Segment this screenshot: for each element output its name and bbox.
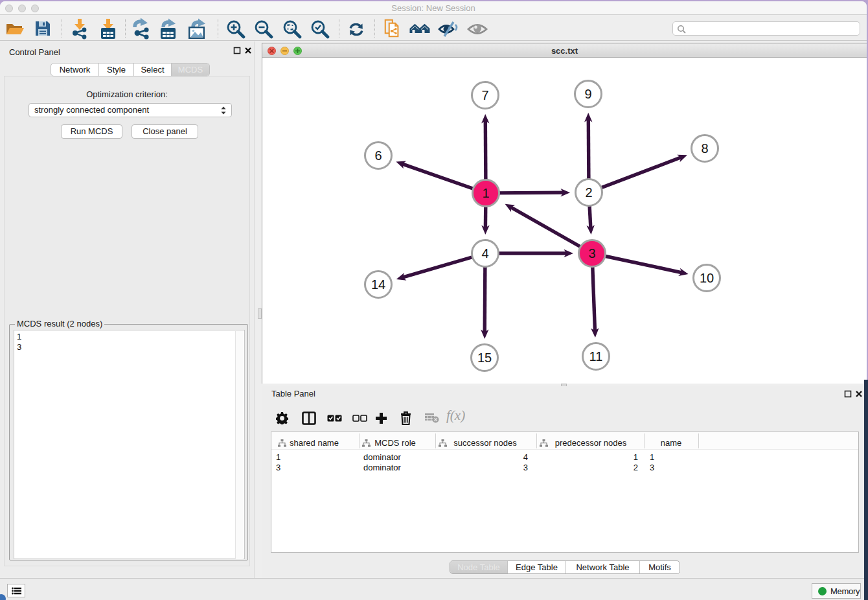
svg-text:7: 7 xyxy=(481,88,488,102)
svg-text:14: 14 xyxy=(371,277,385,292)
svg-text:15: 15 xyxy=(477,351,492,365)
svg-text:2: 2 xyxy=(585,185,592,200)
svg-text:4: 4 xyxy=(481,246,488,260)
svg-text:10: 10 xyxy=(700,271,714,285)
svg-text:8: 8 xyxy=(701,141,708,156)
svg-text:1: 1 xyxy=(482,186,489,200)
svg-text:9: 9 xyxy=(584,87,591,101)
svg-text:11: 11 xyxy=(589,349,603,363)
svg-text:6: 6 xyxy=(374,148,382,163)
svg-text:3: 3 xyxy=(588,246,595,260)
